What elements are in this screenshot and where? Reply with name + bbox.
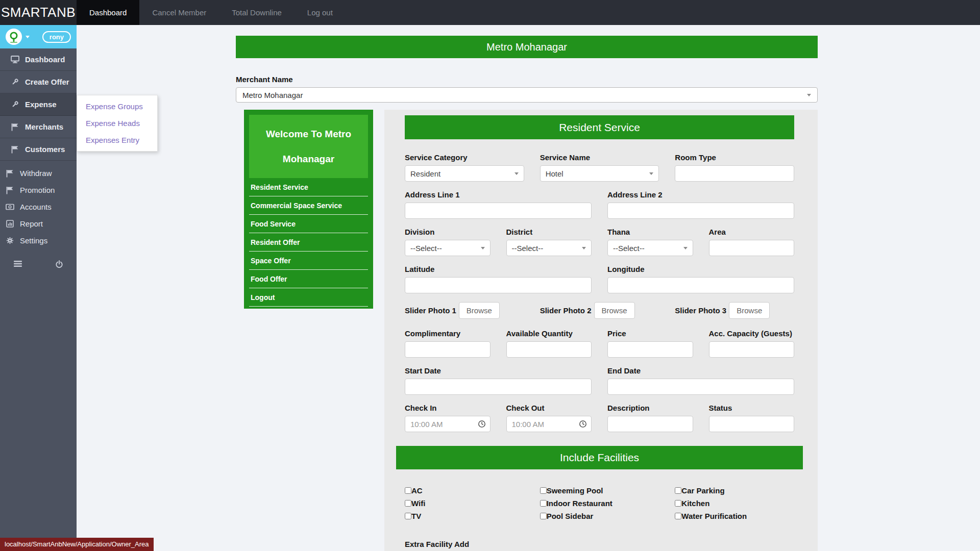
available-quantity-label: Available Quantity [506,329,592,338]
user-area: rony [0,25,77,48]
facility-label: Indoor Restaurant [547,499,612,508]
sidebar-item-label: Dashboard [25,55,65,64]
facility-car-parking-checkbox[interactable] [675,487,681,494]
complimentary-input[interactable] [405,341,491,358]
sidebar-item-create-offer[interactable]: Create Offer [0,71,77,93]
facility-pool-sidebar-checkbox[interactable] [540,513,547,519]
thana-value: --Select-- [613,244,645,253]
facility-sweeming-pool[interactable]: Sweeming Pool [540,486,659,495]
facility-water-purification-checkbox[interactable] [675,513,681,519]
service-name-select[interactable]: Hotel [540,165,659,182]
flyout-item-expense-heads[interactable]: Expense Heads [77,115,157,132]
facility-kitchen-checkbox[interactable] [675,500,681,507]
flag-icon [10,145,19,154]
service-category-select[interactable]: Resident [405,165,524,182]
sidebar-item-report[interactable]: Report [0,215,77,232]
sidebar-item-customers[interactable]: Customers [0,138,77,161]
service-name-label: Service Name [540,153,659,162]
district-label: District [506,228,592,236]
sidebar-item-withdraw[interactable]: Withdraw [0,165,77,182]
welcome-menu-resident-service[interactable]: Resident Service [249,178,368,196]
district-select[interactable]: --Select-- [506,240,592,256]
latitude-input[interactable] [405,277,592,293]
facility-pool-sidebar[interactable]: Pool Sidebar [540,512,659,520]
check-in-label: Check In [405,404,491,412]
include-facilities-title: Include Facilities [396,446,803,469]
price-label: Price [607,329,693,338]
nav-item-total-downline[interactable]: Total Downline [219,0,295,25]
thana-select[interactable]: --Select-- [607,240,693,256]
sidebar-item-label: Merchants [25,122,63,131]
longitude-input[interactable] [607,277,794,293]
user-menu-caret-icon[interactable] [26,36,30,38]
hamburger-menu-icon[interactable] [13,260,22,268]
slider-photo-2-browse-button[interactable]: Browse [594,302,635,319]
slider-photo-3-browse-button[interactable]: Browse [729,302,770,319]
welcome-menu-space-offer[interactable]: Space Offer [249,252,368,270]
division-select[interactable]: --Select-- [405,240,491,256]
facility-water-purification[interactable]: Water Purification [675,512,794,520]
top-navbar: SMARTANB Dashboard Cancel Member Total D… [0,0,980,25]
nav-item-logout[interactable]: Log out [295,0,346,25]
facility-indoor-restaurant-checkbox[interactable] [540,500,547,507]
facility-indoor-restaurant[interactable]: Indoor Restaurant [540,499,659,508]
facility-tv[interactable]: TV [405,512,524,520]
power-icon[interactable] [55,260,63,268]
clock-icon [478,420,486,428]
area-input[interactable] [709,240,795,256]
welcome-menu-logout[interactable]: Logout [249,288,368,307]
end-date-input[interactable] [607,379,794,395]
username-badge[interactable]: rony [42,31,71,43]
service-name-value: Hotel [546,169,564,178]
facility-car-parking[interactable]: Car Parking [675,486,794,495]
nav-item-dashboard[interactable]: Dashboard [77,0,139,25]
address-line-1-input[interactable] [405,203,592,219]
flyout-item-expenses-entry[interactable]: Expenses Entry [77,132,157,148]
merchant-name-select[interactable]: Metro Mohanagar [236,87,818,103]
sidebar-item-label: Expense [25,100,57,109]
price-input[interactable] [607,341,693,358]
facility-wifi[interactable]: Wifi [405,499,524,508]
flag-icon [5,169,14,178]
welcome-menu-food-offer[interactable]: Food Offer [249,270,368,288]
facility-tv-checkbox[interactable] [405,513,411,519]
sidebar-item-merchants[interactable]: Merchants [0,116,77,138]
sidebar-item-dashboard[interactable]: Dashboard [0,48,77,71]
nav-item-cancel-member[interactable]: Cancel Member [139,0,219,25]
address-line-2-input[interactable] [607,203,794,219]
sidebar-item-expense[interactable]: Expense [0,93,77,116]
start-date-input[interactable] [405,379,592,395]
welcome-title-line1: Welcome To Metro [249,121,368,146]
available-quantity-input[interactable] [506,341,592,358]
area-label: Area [709,228,795,236]
sidebar-item-accounts[interactable]: Accounts [0,198,77,215]
sidebar-footer [0,249,77,268]
address-line-1-label: Address Line 1 [405,190,592,199]
facility-ac-checkbox[interactable] [405,487,411,494]
welcome-menu-resident-offer[interactable]: Resident Offer [249,233,368,252]
status-input[interactable] [709,416,795,432]
welcome-menu-food-service[interactable]: Food Service [249,215,368,233]
facility-kitchen[interactable]: Kitchen [675,499,794,508]
app-logo-icon[interactable] [6,29,22,45]
end-date-label: End Date [607,366,794,375]
room-type-label: Room Type [675,153,794,162]
description-input[interactable] [607,416,693,432]
acc-capacity-input[interactable] [709,341,795,358]
facility-label: Wifi [411,499,425,508]
sidebar-item-promotion[interactable]: Promotion [0,182,77,198]
description-label: Description [607,404,693,412]
facility-ac[interactable]: AC [405,486,524,495]
welcome-menu-commercial-space-service[interactable]: Commercial Space Service [249,196,368,215]
facility-wifi-checkbox[interactable] [405,500,411,507]
room-type-input[interactable] [675,165,794,182]
slider-photo-1-browse-button[interactable]: Browse [459,302,500,319]
flyout-item-expense-groups[interactable]: Expense Groups [77,98,157,115]
sidebar-item-settings[interactable]: Settings [0,232,77,249]
flag-icon [5,186,14,194]
slider-photo-3-label: Slider Photo 3 [675,306,726,315]
welcome-title-line2: Mohanagar [249,146,368,171]
bar-chart-icon [5,220,14,228]
brand-logo-text: SMARTANB [0,0,77,25]
facility-sweeming-pool-checkbox[interactable] [540,487,547,494]
